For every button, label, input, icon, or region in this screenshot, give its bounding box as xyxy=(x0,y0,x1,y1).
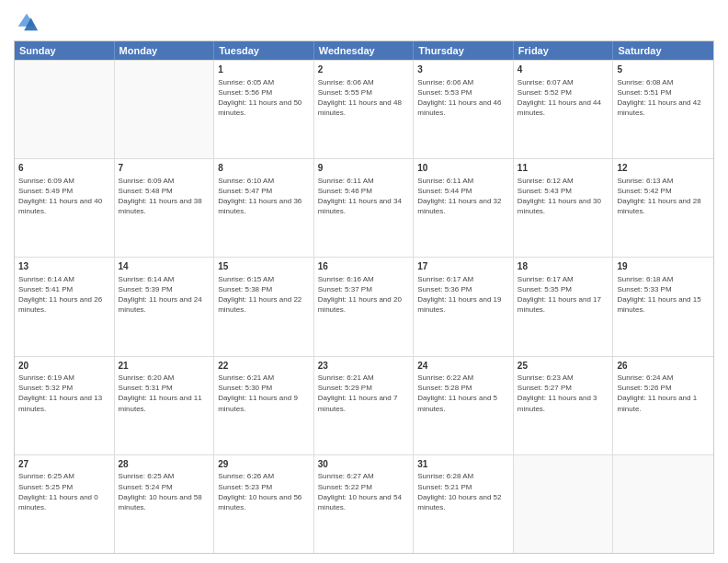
day-cell-20: 20Sunrise: 6:19 AMSunset: 5:32 PMDayligh… xyxy=(15,357,115,454)
day-cell-4: 4Sunrise: 6:07 AMSunset: 5:52 PMDaylight… xyxy=(514,61,614,158)
day-number: 31 xyxy=(417,458,509,471)
day-info: Sunrise: 6:23 AMSunset: 5:27 PMDaylight:… xyxy=(518,373,609,414)
day-info: Sunrise: 6:21 AMSunset: 5:29 PMDaylight:… xyxy=(318,373,410,414)
calendar: SundayMondayTuesdayWednesdayThursdayFrid… xyxy=(14,40,714,554)
day-number: 25 xyxy=(518,360,609,373)
day-cell-19: 19Sunrise: 6:18 AMSunset: 5:33 PMDayligh… xyxy=(613,258,713,355)
day-number: 21 xyxy=(119,360,210,373)
day-number: 22 xyxy=(218,360,310,373)
calendar-row-4: 27Sunrise: 6:25 AMSunset: 5:25 PMDayligh… xyxy=(15,454,713,553)
day-cell-11: 11Sunrise: 6:12 AMSunset: 5:43 PMDayligh… xyxy=(514,159,614,257)
day-info: Sunrise: 6:21 AMSunset: 5:30 PMDaylight:… xyxy=(218,373,310,414)
day-info: Sunrise: 6:24 AMSunset: 5:26 PMDaylight:… xyxy=(617,373,710,414)
day-cell-18: 18Sunrise: 6:17 AMSunset: 5:35 PMDayligh… xyxy=(514,258,614,355)
calendar-header: SundayMondayTuesdayWednesdayThursdayFrid… xyxy=(15,41,713,60)
calendar-row-1: 6Sunrise: 6:09 AMSunset: 5:49 PMDaylight… xyxy=(15,158,713,257)
day-info: Sunrise: 6:06 AMSunset: 5:55 PMDaylight:… xyxy=(318,77,410,119)
day-number: 8 xyxy=(218,162,310,175)
day-number: 14 xyxy=(119,260,210,273)
day-info: Sunrise: 6:22 AMSunset: 5:28 PMDaylight:… xyxy=(417,373,509,414)
day-cell-31: 31Sunrise: 6:28 AMSunset: 5:21 PMDayligh… xyxy=(414,455,514,553)
day-number: 12 xyxy=(617,162,710,175)
day-number: 5 xyxy=(617,63,710,76)
day-cell-15: 15Sunrise: 6:15 AMSunset: 5:38 PMDayligh… xyxy=(214,258,314,355)
day-number: 6 xyxy=(18,162,110,175)
header-day-monday: Monday xyxy=(115,41,215,60)
day-info: Sunrise: 6:08 AMSunset: 5:51 PMDaylight:… xyxy=(617,77,710,119)
calendar-body: 1Sunrise: 6:05 AMSunset: 5:56 PMDaylight… xyxy=(15,60,713,553)
day-cell-25: 25Sunrise: 6:23 AMSunset: 5:27 PMDayligh… xyxy=(514,357,614,454)
day-number: 24 xyxy=(417,360,509,373)
logo-icon xyxy=(14,9,40,35)
day-cell-28: 28Sunrise: 6:25 AMSunset: 5:24 PMDayligh… xyxy=(115,455,215,553)
day-number: 19 xyxy=(617,260,710,273)
day-cell-21: 21Sunrise: 6:20 AMSunset: 5:31 PMDayligh… xyxy=(115,357,215,454)
day-cell-6: 6Sunrise: 6:09 AMSunset: 5:49 PMDaylight… xyxy=(15,159,115,257)
page: SundayMondayTuesdayWednesdayThursdayFrid… xyxy=(0,0,728,563)
day-cell-2: 2Sunrise: 6:06 AMSunset: 5:55 PMDaylight… xyxy=(314,61,415,158)
header-day-friday: Friday xyxy=(514,41,614,60)
day-info: Sunrise: 6:07 AMSunset: 5:52 PMDaylight:… xyxy=(518,77,609,119)
day-cell-27: 27Sunrise: 6:25 AMSunset: 5:25 PMDayligh… xyxy=(15,455,115,553)
calendar-row-3: 20Sunrise: 6:19 AMSunset: 5:32 PMDayligh… xyxy=(15,356,713,454)
day-info: Sunrise: 6:11 AMSunset: 5:46 PMDaylight:… xyxy=(318,176,410,217)
day-info: Sunrise: 6:25 AMSunset: 5:24 PMDaylight:… xyxy=(119,471,210,512)
day-info: Sunrise: 6:05 AMSunset: 5:56 PMDaylight:… xyxy=(218,77,310,119)
day-info: Sunrise: 6:12 AMSunset: 5:43 PMDaylight:… xyxy=(518,176,609,217)
day-info: Sunrise: 6:09 AMSunset: 5:49 PMDaylight:… xyxy=(18,176,110,217)
header-day-saturday: Saturday xyxy=(613,41,713,60)
day-info: Sunrise: 6:14 AMSunset: 5:39 PMDaylight:… xyxy=(119,274,210,316)
day-info: Sunrise: 6:17 AMSunset: 5:36 PMDaylight:… xyxy=(417,274,509,316)
day-info: Sunrise: 6:11 AMSunset: 5:44 PMDaylight:… xyxy=(417,176,509,217)
day-info: Sunrise: 6:20 AMSunset: 5:31 PMDaylight:… xyxy=(119,373,210,414)
header-day-tuesday: Tuesday xyxy=(214,41,314,60)
day-cell-9: 9Sunrise: 6:11 AMSunset: 5:46 PMDaylight… xyxy=(314,159,415,257)
day-number: 23 xyxy=(318,360,410,373)
day-info: Sunrise: 6:27 AMSunset: 5:22 PMDaylight:… xyxy=(318,471,410,512)
day-cell-12: 12Sunrise: 6:13 AMSunset: 5:42 PMDayligh… xyxy=(613,159,713,257)
day-number: 18 xyxy=(518,260,609,273)
empty-cell xyxy=(15,61,115,158)
day-info: Sunrise: 6:17 AMSunset: 5:35 PMDaylight:… xyxy=(518,274,609,316)
day-number: 29 xyxy=(218,458,310,471)
day-cell-24: 24Sunrise: 6:22 AMSunset: 5:28 PMDayligh… xyxy=(414,357,514,454)
day-cell-10: 10Sunrise: 6:11 AMSunset: 5:44 PMDayligh… xyxy=(414,159,514,257)
header-day-sunday: Sunday xyxy=(15,41,115,60)
day-cell-30: 30Sunrise: 6:27 AMSunset: 5:22 PMDayligh… xyxy=(314,455,415,553)
day-info: Sunrise: 6:25 AMSunset: 5:25 PMDaylight:… xyxy=(18,471,110,512)
day-info: Sunrise: 6:06 AMSunset: 5:53 PMDaylight:… xyxy=(417,77,509,119)
day-number: 17 xyxy=(417,260,509,273)
day-info: Sunrise: 6:26 AMSunset: 5:23 PMDaylight:… xyxy=(218,471,310,512)
calendar-row-2: 13Sunrise: 6:14 AMSunset: 5:41 PMDayligh… xyxy=(15,257,713,355)
day-cell-13: 13Sunrise: 6:14 AMSunset: 5:41 PMDayligh… xyxy=(15,258,115,355)
day-number: 3 xyxy=(417,63,509,76)
day-info: Sunrise: 6:09 AMSunset: 5:48 PMDaylight:… xyxy=(119,176,210,217)
header-day-thursday: Thursday xyxy=(414,41,514,60)
day-number: 26 xyxy=(617,360,710,373)
calendar-row-0: 1Sunrise: 6:05 AMSunset: 5:56 PMDaylight… xyxy=(15,60,713,158)
day-number: 30 xyxy=(318,458,410,471)
day-number: 9 xyxy=(318,162,410,175)
day-number: 2 xyxy=(318,63,410,76)
day-number: 13 xyxy=(18,260,110,273)
day-info: Sunrise: 6:10 AMSunset: 5:47 PMDaylight:… xyxy=(218,176,310,217)
day-info: Sunrise: 6:28 AMSunset: 5:21 PMDaylight:… xyxy=(417,471,509,512)
day-cell-23: 23Sunrise: 6:21 AMSunset: 5:29 PMDayligh… xyxy=(314,357,415,454)
day-cell-3: 3Sunrise: 6:06 AMSunset: 5:53 PMDaylight… xyxy=(414,61,514,158)
day-cell-16: 16Sunrise: 6:16 AMSunset: 5:37 PMDayligh… xyxy=(314,258,415,355)
header xyxy=(14,9,714,35)
day-cell-14: 14Sunrise: 6:14 AMSunset: 5:39 PMDayligh… xyxy=(115,258,215,355)
day-info: Sunrise: 6:18 AMSunset: 5:33 PMDaylight:… xyxy=(617,274,710,316)
day-number: 10 xyxy=(417,162,509,175)
day-cell-29: 29Sunrise: 6:26 AMSunset: 5:23 PMDayligh… xyxy=(214,455,314,553)
day-number: 27 xyxy=(18,458,110,471)
day-info: Sunrise: 6:14 AMSunset: 5:41 PMDaylight:… xyxy=(18,274,110,316)
day-cell-5: 5Sunrise: 6:08 AMSunset: 5:51 PMDaylight… xyxy=(613,61,713,158)
day-number: 7 xyxy=(119,162,210,175)
day-number: 15 xyxy=(218,260,310,273)
day-cell-1: 1Sunrise: 6:05 AMSunset: 5:56 PMDaylight… xyxy=(214,61,314,158)
empty-cell xyxy=(115,61,215,158)
day-info: Sunrise: 6:16 AMSunset: 5:37 PMDaylight:… xyxy=(318,274,410,316)
day-cell-8: 8Sunrise: 6:10 AMSunset: 5:47 PMDaylight… xyxy=(214,159,314,257)
day-number: 11 xyxy=(518,162,609,175)
